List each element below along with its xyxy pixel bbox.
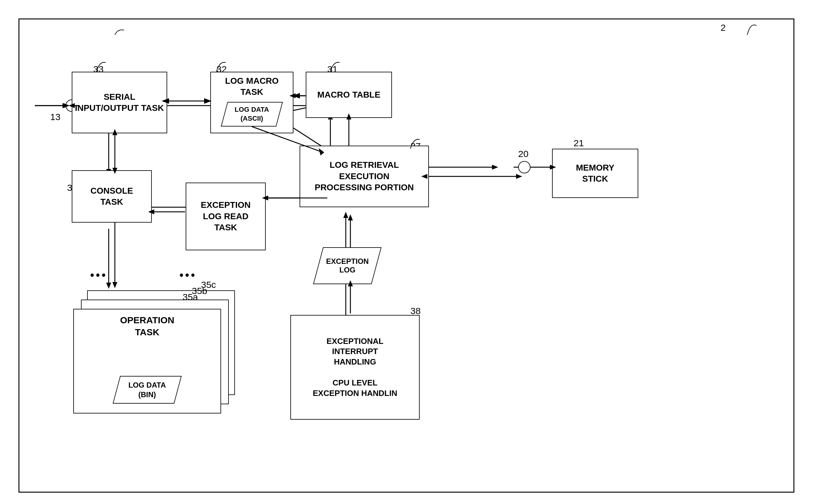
ellipsis-right: ••• [180,269,197,282]
operation-task-box: OPERATIONTASK LOG DATA(BIN) [73,309,221,413]
svg-marker-58 [348,214,353,220]
memory-stick-box: MEMORYSTICK [552,149,638,198]
exception-log-shape: EXCEPTIONLOG [313,247,381,284]
ref-13: 13 [50,112,60,122]
ref-2: 2 [720,22,726,33]
log-data-bin-label: LOG DATA(BIN) [128,380,166,399]
serial-io-task-box: SERIAL INPUT/OUTPUT TASK [72,72,167,133]
exception-log-label: EXCEPTIONLOG [326,257,369,274]
console-task-label: CONSOLETASK [91,185,133,208]
exception-log-read-label: EXCEPTIONLOG READTASK [201,200,251,233]
exceptional-interrupt-box: EXCEPTIONALINTERRUPTHANDLINGCPU LEVELEXC… [290,315,420,420]
ellipsis-left: ••• [90,269,107,282]
log-retrieval-label: LOG RETRIEVALEXECUTIONPROCESSING PORTION [315,159,414,193]
memory-stick-label: MEMORYSTICK [576,162,615,185]
circle-connector-20 [518,161,531,173]
operation-task-label: OPERATIONTASK [120,314,174,338]
macro-table-label: MACRO TABLE [317,89,381,100]
svg-marker-43 [516,174,522,179]
macro-table-box: MACRO TABLE [306,72,392,118]
svg-marker-12 [492,165,498,170]
svg-marker-22 [106,283,111,289]
console-task-box: CONSOLETASK [72,170,152,223]
ref2-curve [732,19,763,38]
exception-log-read-box: EXCEPTIONLOG READTASK [186,183,266,250]
ref-20: 20 [518,149,528,159]
ref-35a: 35a [183,292,198,302]
log-data-ascii-label: LOG DATA(ASCII) [235,105,269,123]
log-macro-task-box: LOG MACROTASK LOG DATA(ASCII) [210,72,293,133]
ref-21: 21 [574,138,584,148]
svg-marker-24 [343,212,348,218]
serial-io-task-label: SERIAL INPUT/OUTPUT TASK [72,91,167,114]
svg-marker-54 [112,282,117,288]
log-macro-task-label: LOG MACROTASK [225,75,279,98]
log-retrieval-box: LOG RETRIEVALEXECUTIONPROCESSING PORTION [300,146,429,207]
exceptional-interrupt-label: EXCEPTIONALINTERRUPTHANDLINGCPU LEVELEXC… [313,336,397,399]
ref-38: 38 [410,306,421,316]
diagram-container: 2 13 33 SERIAL INPUT/OUTPUT TASK 32 LOG … [18,18,794,493]
